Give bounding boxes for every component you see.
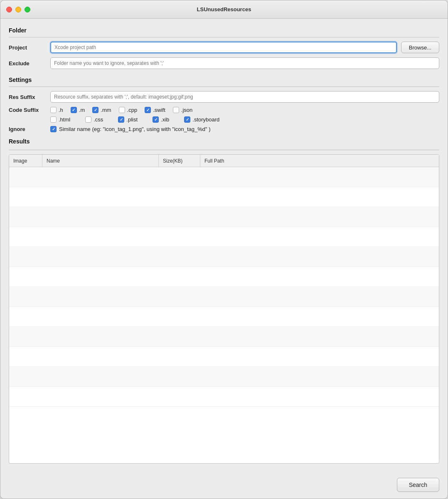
app-window: LSUnusedResources Folder Project Browse.… (0, 0, 448, 499)
project-label: Project (9, 44, 50, 51)
checkbox-json-label: .json (181, 107, 192, 113)
exclude-row: Exclude (9, 57, 439, 69)
checkbox-h-label: .h (59, 107, 63, 113)
code-suffix-row1: Code Suffix .h .m .mm .cpp (9, 107, 439, 113)
checkbox-h: .h (50, 107, 63, 113)
code-suffix-label: Code Suffix (9, 107, 50, 113)
checkbox-swift-label: .swift (153, 107, 165, 113)
folder-section-header: Folder (9, 27, 439, 34)
code-suffix-row2: .html .css .plist .xib .storyboard (9, 116, 439, 123)
checkbox-json: .json (173, 107, 192, 113)
maximize-button[interactable] (25, 7, 30, 12)
settings-section: Settings Res Suffix Code Suffix .h .m (9, 75, 439, 136)
ignore-text: Similar name (eg: "icon_tag_1.png", usin… (59, 126, 211, 132)
checkbox-mm-label: .mm (101, 107, 111, 113)
checkbox-storyboard: .storyboard (184, 116, 219, 123)
checkbox-m: .m (71, 107, 85, 113)
checkbox-cpp-input[interactable] (119, 107, 125, 113)
checkbox-html-label: .html (59, 116, 70, 123)
table-row (9, 207, 439, 227)
checkbox-json-input[interactable] (173, 107, 179, 113)
results-table: Image Name Size(KB) Full Path (9, 154, 439, 464)
table-row (9, 167, 439, 187)
table-row (9, 327, 439, 347)
window-controls (6, 7, 30, 12)
table-header: Image Name Size(KB) Full Path (9, 155, 439, 167)
ignore-row: Ignore Similar name (eg: "icon_tag_1.png… (9, 126, 439, 132)
checkbox-plist-label: .plist (126, 116, 138, 123)
results-section-header: Results (9, 138, 439, 145)
res-suffix-input[interactable] (50, 91, 439, 103)
table-row (9, 247, 439, 267)
checkbox-m-label: .m (79, 107, 85, 113)
titlebar: LSUnusedResources (0, 0, 448, 19)
res-suffix-label: Res Suffix (9, 94, 50, 100)
checkbox-cpp: .cpp (119, 107, 138, 113)
bottom-bar: Search (0, 472, 448, 499)
browse-button[interactable]: Browse... (401, 42, 439, 53)
checkbox-mm: .mm (92, 107, 111, 113)
col-size: Size(KB) (159, 155, 200, 167)
checkbox-plist: .plist (118, 116, 138, 123)
table-row (9, 387, 439, 407)
col-name: Name (42, 155, 159, 167)
window-title: LSUnusedResources (197, 6, 251, 12)
table-row (9, 267, 439, 287)
exclude-label: Exclude (9, 60, 50, 67)
table-row (9, 347, 439, 367)
checkbox-mm-input[interactable] (92, 107, 98, 113)
minimize-button[interactable] (15, 7, 21, 12)
checkbox-swift-input[interactable] (145, 107, 151, 113)
checkbox-cpp-label: .cpp (127, 107, 138, 113)
settings-section-header: Settings (9, 77, 439, 83)
results-divider (9, 150, 439, 150)
project-row: Project Browse... (9, 42, 439, 53)
exclude-input[interactable] (50, 57, 439, 69)
checkbox-html-input[interactable] (50, 116, 57, 123)
table-row (9, 367, 439, 387)
checkbox-css: .css (85, 116, 103, 123)
table-body (9, 167, 439, 407)
folder-section: Folder Project Browse... Exclude (9, 25, 439, 73)
folder-divider (9, 37, 439, 37)
checkbox-m-input[interactable] (71, 107, 77, 113)
checkbox-css-input[interactable] (85, 116, 91, 123)
checkbox-ignore-input[interactable] (50, 126, 57, 132)
table-row (9, 287, 439, 307)
checkbox-css-label: .css (94, 116, 103, 123)
col-path: Full Path (200, 155, 439, 167)
checkbox-storyboard-input[interactable] (184, 116, 190, 123)
col-image: Image (9, 155, 42, 167)
table-row (9, 307, 439, 327)
table-row (9, 187, 439, 207)
main-content: Folder Project Browse... Exclude Setting… (0, 19, 448, 472)
settings-divider (9, 86, 439, 87)
checkbox-h-input[interactable] (50, 107, 57, 113)
checkbox-xib-input[interactable] (153, 116, 159, 123)
results-section: Results Image Name Size(KB) Full Path (9, 136, 439, 464)
checkbox-html: .html (50, 116, 70, 123)
search-button[interactable]: Search (397, 478, 439, 492)
checkbox-storyboard-label: .storyboard (192, 116, 219, 123)
checkbox-xib: .xib (153, 116, 169, 123)
checkbox-plist-input[interactable] (118, 116, 124, 123)
res-suffix-row: Res Suffix (9, 91, 439, 103)
project-input[interactable] (50, 42, 397, 53)
close-button[interactable] (6, 7, 12, 12)
checkbox-xib-label: .xib (161, 116, 169, 123)
checkbox-swift: .swift (145, 107, 165, 113)
ignore-label: Ignore (9, 126, 50, 132)
table-row (9, 227, 439, 247)
